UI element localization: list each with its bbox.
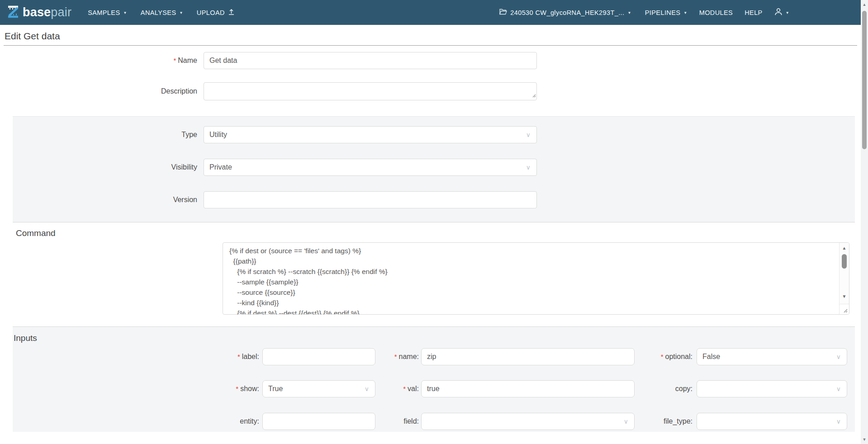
chevron-down-icon: ▼: [180, 10, 183, 15]
user-icon: [774, 8, 783, 17]
form-row-description: Description: [0, 82, 861, 100]
resize-grip-icon[interactable]: [839, 304, 849, 314]
navbar: basepair SAMPLES ▼ ANALYSES ▼ UPLOAD: [0, 0, 861, 25]
val-input[interactable]: [421, 380, 635, 397]
chevron-down-icon: ▼: [123, 10, 127, 15]
scrollbar-up-icon[interactable]: ▲: [840, 246, 849, 250]
chevron-down-icon: ▼: [683, 10, 687, 15]
form-row-version: Version: [13, 191, 855, 208]
logo-text-base: base: [23, 5, 51, 19]
scrollbar-down-icon[interactable]: ▼: [840, 294, 849, 299]
show-select[interactable]: True ∨: [262, 380, 375, 397]
description-textarea[interactable]: [204, 82, 537, 100]
name-input[interactable]: [204, 52, 537, 69]
optional-select[interactable]: False ∨: [697, 348, 847, 365]
version-input[interactable]: [204, 191, 537, 208]
inputs-section: Inputs *label: *name: *optional: False ∨…: [13, 326, 855, 432]
file-type-field-label: file_type:: [635, 417, 697, 425]
meta-section: Type Utility ∨ Visibility Private ∨ Vers…: [13, 116, 855, 222]
dna-logo-icon: [6, 5, 23, 21]
visibility-select[interactable]: Private ∨: [204, 159, 537, 176]
label-field-label: *label:: [13, 353, 262, 361]
description-label: Description: [0, 87, 204, 95]
optional-field-label: *optional:: [635, 353, 697, 361]
select-chevron-icon: ∨: [836, 354, 841, 360]
nav-analyses[interactable]: ANALYSES ▼: [141, 9, 183, 16]
field-select[interactable]: ∨: [421, 413, 635, 430]
form-row-visibility: Visibility Private ∨: [13, 159, 855, 176]
nav-samples[interactable]: SAMPLES ▼: [88, 9, 127, 16]
val-field-label: *val:: [375, 385, 421, 393]
entity-input[interactable]: [262, 413, 375, 430]
upload-icon: [228, 9, 235, 17]
chevron-down-icon: ▼: [786, 10, 789, 15]
title-divider: [4, 45, 857, 46]
select-chevron-icon: ∨: [836, 386, 841, 392]
select-chevron-icon: ∨: [365, 386, 369, 392]
inputs-heading: Inputs: [14, 333, 855, 343]
command-heading: Command: [16, 228, 861, 238]
inputs-row-2: *show: True ∨ *val: copy: ∨: [13, 380, 855, 397]
nav-user-menu[interactable]: ▼: [774, 8, 789, 17]
command-code: {% if dest or (source == 'files' and tag…: [223, 243, 838, 314]
basepair-logo[interactable]: basepair: [6, 5, 71, 21]
scrollbar-down-icon[interactable]: ▼: [861, 437, 868, 442]
nav-modules[interactable]: MODULES: [699, 9, 733, 16]
nav-help[interactable]: HELP: [745, 9, 762, 16]
version-label: Version: [13, 196, 204, 204]
field-field-label: field:: [375, 417, 421, 425]
type-select[interactable]: Utility ∨: [204, 126, 537, 143]
resize-grip-icon[interactable]: [531, 91, 536, 99]
select-chevron-icon: ∨: [836, 418, 841, 425]
form-row-type: Type Utility ∨: [13, 126, 855, 143]
chevron-down-icon: ▼: [627, 10, 631, 15]
name-label: *Name: [0, 57, 204, 65]
nav-pipelines[interactable]: PIPELINES ▼: [645, 9, 688, 16]
label-input[interactable]: [262, 348, 375, 365]
name-field-label: *name:: [375, 353, 421, 361]
command-textarea[interactable]: {% if dest or (source == 'files' and tag…: [223, 242, 849, 315]
folder-icon: [499, 9, 507, 16]
page-scrollbar[interactable]: ▲ ▼: [861, 0, 868, 444]
scrollbar-up-icon[interactable]: ▲: [861, 2, 868, 7]
copy-field-label: copy:: [635, 385, 697, 393]
form-row-name: *Name: [0, 52, 861, 69]
select-chevron-icon: ∨: [526, 164, 531, 170]
scrollbar-thumb[interactable]: [862, 11, 867, 149]
logo-text-pair: pair: [51, 5, 71, 19]
command-section: Command {% if dest or (source == 'files'…: [0, 228, 861, 315]
show-field-label: *show:: [13, 385, 262, 393]
command-scrollbar[interactable]: ▲ ▼: [839, 243, 849, 304]
nav-project-selector[interactable]: 240530 CW_glycoRNA_HEK293T_... ▼: [499, 9, 631, 16]
nav-upload[interactable]: UPLOAD: [197, 9, 235, 17]
inputs-row-1: *label: *name: *optional: False ∨: [13, 348, 855, 365]
inputs-row-3: entity: field: ∨ file_type: ∨: [13, 413, 855, 430]
entity-field-label: entity:: [13, 417, 262, 425]
visibility-label: Visibility: [13, 163, 204, 171]
scrollbar-thumb[interactable]: [842, 254, 847, 269]
select-chevron-icon: ∨: [624, 418, 628, 425]
name-field-input[interactable]: [421, 348, 635, 365]
required-marker: *: [173, 57, 176, 64]
select-chevron-icon: ∨: [526, 132, 531, 138]
page-title: Edit Get data: [0, 25, 861, 42]
file-type-select[interactable]: ∨: [697, 413, 847, 430]
type-label: Type: [13, 131, 204, 139]
copy-select[interactable]: ∨: [697, 380, 847, 397]
